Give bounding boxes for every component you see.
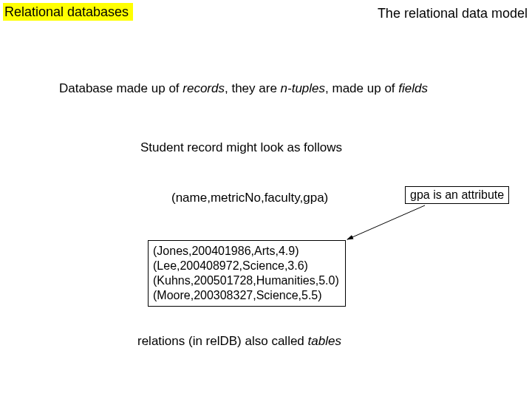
record-row: (Kuhns,200501728,Humanities,5.0) [153, 273, 339, 288]
footer-sentence: relations (in relDB) also called tables [137, 334, 341, 349]
attribute-callout-box: gpa is an attribute [405, 186, 509, 204]
text-fragment: , made up of [325, 81, 398, 95]
text-fragment: Database made up of [59, 81, 183, 95]
record-row: (Lee,200408972,Science,3.6) [153, 259, 339, 273]
intro-sentence: Database made up of records, they are n-… [59, 81, 428, 96]
text-fragment: relations (in relDB) also called [137, 334, 308, 348]
text-fragment: , they are [225, 81, 281, 95]
tuple-schema: (name,metricNo,faculty,gpa) [171, 191, 328, 205]
term-fields: fields [398, 81, 428, 95]
record-row: (Moore,200308327,Science,5.5) [153, 288, 339, 303]
slide-topic-text: Relational databases [3, 3, 133, 21]
svg-line-0 [347, 205, 425, 239]
record-row: (Jones,200401986,Arts,4.9) [153, 244, 339, 259]
term-ntuples: n-tuples [281, 81, 325, 95]
student-intro-line: Student record might look as follows [140, 140, 342, 155]
slide-topic-highlight: Relational databases [3, 4, 133, 20]
records-box: (Jones,200401986,Arts,4.9) (Lee,20040897… [148, 240, 346, 307]
slide-title: The relational data model [378, 6, 528, 21]
term-records: records [183, 81, 225, 95]
term-tables: tables [308, 334, 341, 348]
